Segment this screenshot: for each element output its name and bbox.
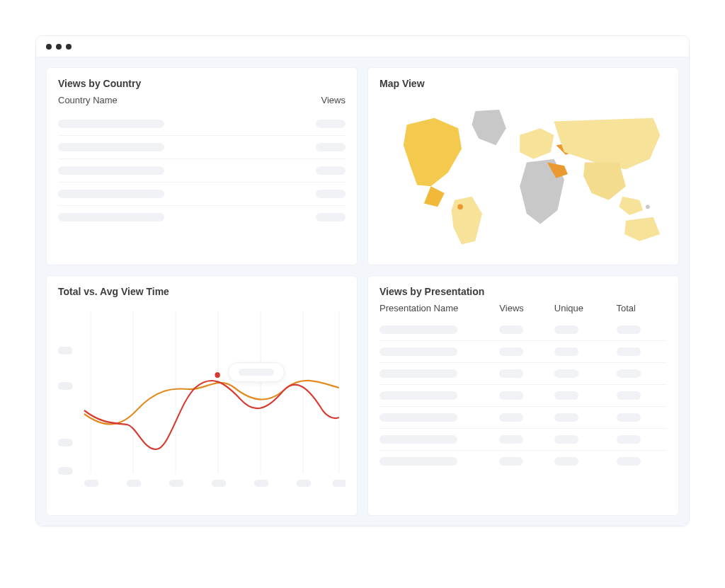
- skeleton-placeholder: [499, 325, 523, 334]
- svg-rect-17: [254, 480, 268, 487]
- chart-title: Total vs. Avg View Time: [58, 286, 346, 297]
- table-row: [379, 363, 667, 385]
- skeleton-placeholder: [499, 347, 523, 356]
- col-presentation-name: Presentation Name: [379, 303, 495, 313]
- svg-rect-15: [169, 480, 183, 487]
- views-by-presentation-header: Presentation Name Views Unique Total: [379, 303, 667, 313]
- table-row: [58, 113, 346, 136]
- table-row: [379, 319, 667, 341]
- views-by-presentation-card: Views by Presentation Presentation Name …: [367, 275, 679, 516]
- skeleton-placeholder: [554, 413, 578, 422]
- map-view-title: Map View: [379, 78, 667, 89]
- svg-rect-13: [84, 480, 98, 487]
- col-total: Total: [617, 303, 667, 313]
- skeleton-placeholder: [617, 347, 641, 356]
- views-by-country-card: Views by Country Country Name Views: [46, 67, 358, 265]
- skeleton-placeholder: [379, 413, 457, 422]
- skeleton-placeholder: [554, 369, 578, 378]
- skeleton-placeholder: [554, 347, 578, 356]
- col-views: Views: [321, 95, 346, 105]
- window-titlebar: [36, 36, 689, 57]
- svg-point-1: [646, 204, 650, 209]
- svg-rect-18: [297, 480, 311, 487]
- skeleton-placeholder: [554, 435, 578, 444]
- svg-point-0: [457, 204, 463, 209]
- skeleton-placeholder: [617, 325, 641, 334]
- skeleton-placeholder: [316, 190, 346, 198]
- svg-rect-14: [127, 480, 141, 487]
- window-control-minimize-icon[interactable]: [56, 44, 62, 50]
- table-row: [379, 407, 667, 429]
- skeleton-placeholder: [239, 369, 274, 376]
- skeleton-placeholder: [316, 143, 346, 151]
- svg-rect-16: [212, 480, 226, 487]
- skeleton-placeholder: [316, 120, 346, 128]
- window-control-close-icon[interactable]: [46, 44, 52, 50]
- chart-card: Total vs. Avg View Time: [46, 275, 358, 516]
- views-by-country-header: Country Name Views: [58, 95, 346, 105]
- line-chart-svg: [58, 304, 346, 488]
- world-map[interactable]: [379, 95, 667, 250]
- skeleton-placeholder: [499, 369, 523, 378]
- svg-rect-2: [58, 347, 72, 354]
- skeleton-placeholder: [499, 457, 523, 466]
- svg-rect-3: [58, 382, 72, 390]
- skeleton-placeholder: [499, 435, 523, 444]
- col-views: Views: [499, 303, 549, 313]
- skeleton-placeholder: [379, 457, 457, 466]
- skeleton-placeholder: [617, 369, 641, 378]
- table-row: [58, 136, 346, 159]
- skeleton-placeholder: [58, 143, 164, 151]
- skeleton-placeholder: [499, 391, 523, 400]
- browser-window: Views by Country Country Name Views Map …: [35, 35, 690, 526]
- skeleton-placeholder: [316, 213, 346, 221]
- skeleton-placeholder: [617, 435, 641, 444]
- world-map-svg: [379, 95, 667, 250]
- table-row: [58, 183, 346, 206]
- col-country-name: Country Name: [58, 95, 118, 105]
- skeleton-placeholder: [554, 391, 578, 400]
- table-row: [379, 451, 667, 472]
- skeleton-placeholder: [58, 120, 164, 128]
- window-control-maximize-icon[interactable]: [66, 44, 72, 50]
- skeleton-placeholder: [617, 413, 641, 422]
- skeleton-placeholder: [58, 213, 164, 221]
- svg-rect-19: [333, 480, 346, 487]
- svg-point-20: [215, 372, 219, 378]
- skeleton-placeholder: [617, 457, 641, 466]
- skeleton-placeholder: [379, 369, 457, 378]
- skeleton-placeholder: [379, 391, 457, 400]
- dashboard-content: Views by Country Country Name Views Map …: [36, 57, 689, 526]
- skeleton-placeholder: [316, 166, 346, 175]
- skeleton-placeholder: [58, 166, 164, 175]
- skeleton-placeholder: [379, 347, 457, 356]
- skeleton-placeholder: [379, 325, 457, 334]
- svg-rect-4: [58, 439, 72, 446]
- table-row: [379, 341, 667, 363]
- skeleton-placeholder: [379, 435, 457, 444]
- skeleton-placeholder: [617, 391, 641, 400]
- skeleton-placeholder: [554, 457, 578, 466]
- chart-area[interactable]: [58, 304, 346, 488]
- chart-tooltip: [228, 362, 285, 382]
- skeleton-placeholder: [58, 190, 164, 198]
- table-row: [379, 385, 667, 407]
- skeleton-placeholder: [554, 325, 578, 334]
- views-by-country-title: Views by Country: [58, 78, 346, 89]
- map-view-card: Map View: [367, 67, 679, 265]
- svg-rect-5: [58, 467, 72, 475]
- col-unique: Unique: [554, 303, 612, 313]
- table-row: [379, 429, 667, 451]
- table-row: [58, 159, 346, 183]
- views-by-presentation-title: Views by Presentation: [379, 286, 667, 297]
- table-row: [58, 206, 346, 229]
- skeleton-placeholder: [499, 413, 523, 422]
